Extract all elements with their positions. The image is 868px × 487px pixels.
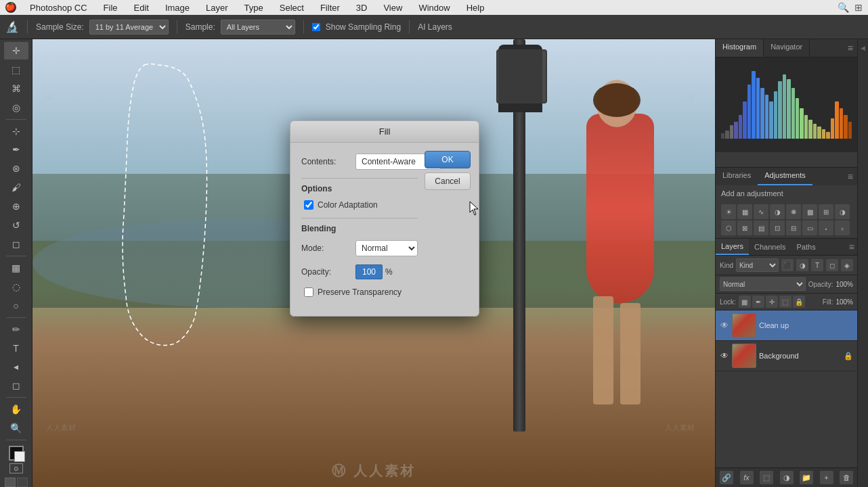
quick-select-tool[interactable]: ◎ [4,99,28,116]
text-tool[interactable]: T [4,340,28,357]
history-brush[interactable]: ↺ [4,216,28,234]
hand-tool[interactable]: ✋ [4,400,28,418]
menu-type[interactable]: Type [242,3,266,13]
invert-icon[interactable]: ⊡ [770,221,785,235]
layer-delete-btn[interactable]: 🗑 [840,471,853,484]
layers-tab[interactable]: Layers [716,239,749,255]
strip-expand-icon[interactable]: ◀ [861,45,865,51]
canvas-area[interactable]: .selection-path { fill: none; stroke: wh… [32,39,715,487]
full-screen-btn[interactable] [17,478,28,487]
ok-button[interactable]: OK [425,151,471,168]
crop-tool[interactable]: ⊹ [4,122,28,140]
hsl-icon[interactable]: ▩ [802,204,817,219]
mode-select[interactable]: Normal Multiply Screen [355,240,418,256]
histogram-tab[interactable]: Histogram [716,39,764,57]
kind-select[interactable]: Kind [736,258,779,272]
layer-fx-btn[interactable]: fx [740,471,754,484]
color-lookup-icon[interactable]: ▤ [754,221,768,235]
photo-filter-icon[interactable]: ⬡ [721,221,736,235]
channels-tab[interactable]: Channels [749,239,791,254]
window-icon[interactable]: ⊞ [854,2,863,13]
menu-image[interactable]: Image [162,3,192,13]
sample-select[interactable]: All Layers [221,20,295,34]
foreground-color[interactable] [9,446,24,461]
quick-mask-icon[interactable]: ⊙ [9,463,23,473]
shape-tool[interactable]: ◻ [4,377,28,394]
menu-3d[interactable]: 3D [353,3,370,13]
show-sampling-ring-checkbox[interactable] [312,23,320,31]
layer-new-btn[interactable]: + [820,471,833,484]
sample-size-select[interactable]: 11 by 11 Average [89,20,169,34]
lock-all-icon[interactable]: 🔒 [793,296,805,308]
spot-heal-tool[interactable]: ⊛ [4,160,28,177]
curves-icon[interactable]: ∿ [754,204,768,219]
layer-filter-adjust-icon[interactable]: ◑ [796,259,808,271]
layer-visibility-background[interactable]: 👁 [720,351,729,361]
brightness-contrast-icon[interactable]: ☀ [721,204,736,219]
layer-folder-btn[interactable]: 📁 [800,471,813,484]
menu-view[interactable]: View [381,3,405,13]
lock-artboard-icon[interactable]: ⬚ [779,296,791,308]
color-balance-icon[interactable]: ⊞ [819,204,833,219]
menu-select[interactable]: Select [277,3,307,13]
lasso-tool[interactable]: ⌘ [4,80,28,97]
layer-filter-smart-icon[interactable]: ◈ [841,259,853,271]
blur-tool[interactable]: ◌ [4,278,28,296]
zoom-tool[interactable]: 🔍 [4,419,28,437]
layer-filter-pixel-icon[interactable]: ⬛ [781,259,794,271]
background-color[interactable] [14,451,25,462]
path-select-tool[interactable]: ◂ [4,358,28,376]
layer-visibility-cleanup[interactable]: 👁 [720,321,729,330]
opacity-input[interactable] [355,264,383,279]
pen-tool[interactable]: ✏ [4,321,28,338]
vibrance-icon[interactable]: ❋ [786,204,801,219]
adjustments-tab[interactable]: Adjustments [758,168,812,185]
layers-options-icon[interactable]: ≡ [849,241,854,252]
layer-item-cleanup[interactable]: 👁 Clean up [716,310,857,341]
threshold-icon[interactable]: ▭ [802,221,817,235]
cancel-button[interactable]: Cancel [425,172,471,190]
menu-layer[interactable]: Layer [203,3,231,13]
menu-help[interactable]: Help [464,3,487,13]
gradient-map-icon[interactable]: ⬩ [819,221,833,235]
lock-move-icon[interactable]: ✛ [766,296,778,308]
black-white-icon[interactable]: ◑ [835,204,850,219]
menu-photoshop[interactable]: Photoshop CC [27,3,90,13]
standard-screen-btn[interactable] [5,478,16,487]
selective-color-icon[interactable]: ⬨ [835,221,850,235]
navigator-tab[interactable]: Navigator [764,39,810,57]
layer-filter-type-icon[interactable]: T [811,259,823,271]
eyedropper-icon[interactable]: 🔬 [5,20,19,33]
menu-file[interactable]: File [101,3,121,13]
brush-tool[interactable]: 🖌 [4,179,28,196]
layer-mask-btn[interactable]: ⬚ [760,471,773,484]
levels-icon[interactable]: ▦ [737,204,752,219]
channel-mixer-icon[interactable]: ⊠ [737,221,752,235]
layer-link-btn[interactable]: 🔗 [720,471,733,484]
layer-adj-btn[interactable]: ◑ [780,471,794,484]
paths-tab[interactable]: Paths [791,239,821,254]
layer-item-background[interactable]: 👁 Background 🔒 [716,341,857,371]
menu-window[interactable]: Window [416,3,452,13]
menu-edit[interactable]: Edit [131,3,152,13]
layer-filter-shape-icon[interactable]: ◻ [826,259,838,271]
posterize-icon[interactable]: ⊟ [786,221,801,235]
search-icon[interactable]: 🔍 [838,2,849,13]
preserve-transparency-checkbox[interactable] [304,287,313,297]
panel-options-icon[interactable]: ≡ [844,39,857,57]
move-tool[interactable]: ✛ [4,42,28,60]
clone-tool[interactable]: ⊕ [4,198,28,215]
dodge-tool[interactable]: ○ [4,297,28,315]
eraser-tool[interactable]: ◻ [4,235,28,253]
gradient-tool[interactable]: ▦ [4,259,28,277]
eyedropper-tool[interactable]: ✒ [4,141,28,159]
color-adaptation-checkbox[interactable] [304,200,313,210]
lock-brush-icon[interactable]: ✒ [752,296,764,308]
adj-panel-options-icon[interactable]: ≡ [844,168,857,185]
layer-mode-select[interactable]: Normal [720,277,806,291]
lock-checkerboard-icon[interactable]: ▦ [739,296,751,308]
menu-filter[interactable]: Filter [318,3,343,13]
libraries-tab[interactable]: Libraries [716,168,758,185]
marquee-tool[interactable]: ⬚ [4,61,28,78]
exposure-icon[interactable]: ◑ [770,204,785,219]
